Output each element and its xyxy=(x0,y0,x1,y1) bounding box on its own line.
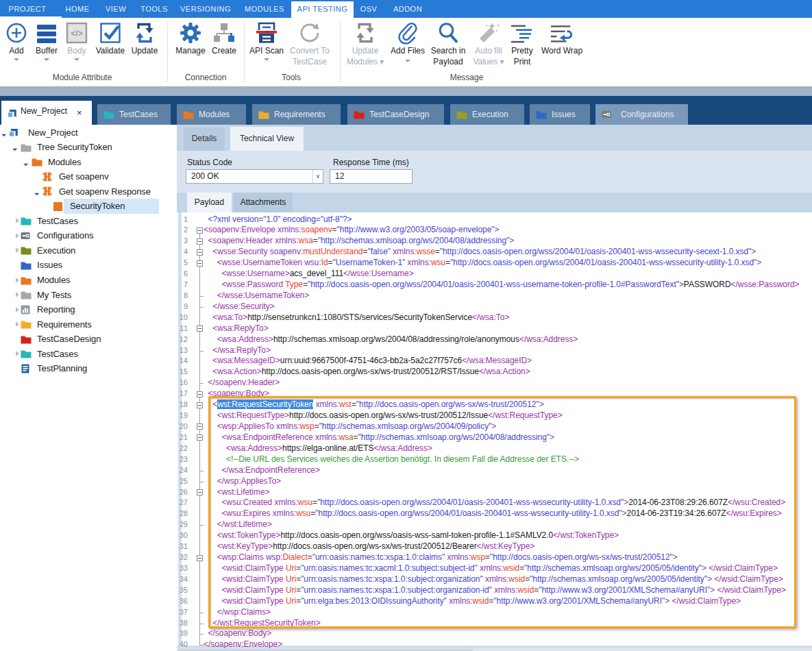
svg-text:</>: </> xyxy=(71,29,82,38)
